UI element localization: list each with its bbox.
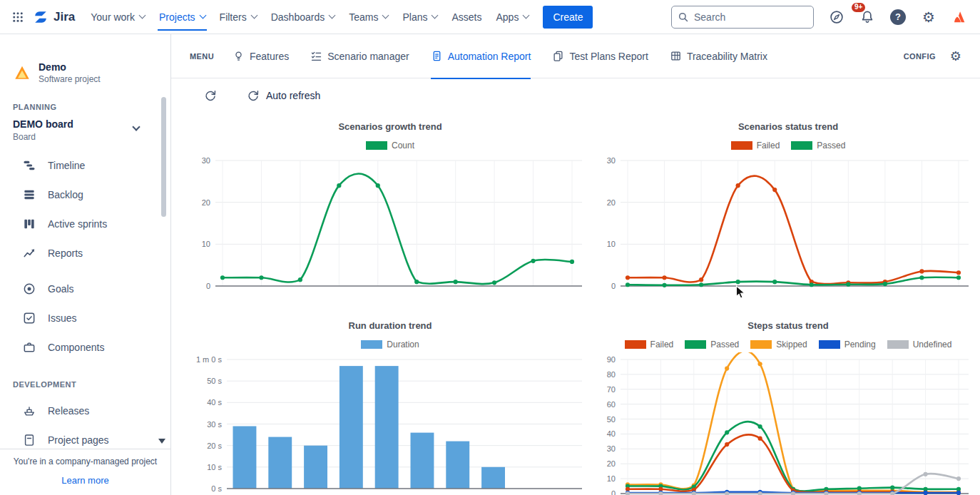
legend-item[interactable]: Failed (731, 141, 780, 150)
tab-test-plans-report[interactable]: Test Plans Report (552, 34, 648, 78)
auto-refresh-label: Auto refresh (266, 90, 320, 101)
app-switcher-icon[interactable] (7, 6, 29, 28)
sidebar-scrollbar-thumb[interactable] (161, 97, 166, 217)
discover-compass-icon[interactable] (826, 6, 847, 28)
chart-legend: Duration (190, 340, 591, 349)
auto-refresh-toggle[interactable]: Auto refresh (247, 89, 320, 102)
settings-gear-icon[interactable]: ⚙ (918, 6, 939, 28)
chart-legend: Count (190, 141, 591, 150)
create-button[interactable]: Create (543, 6, 593, 29)
svg-text:0: 0 (611, 489, 616, 495)
top-navigation: Jira Your work Projects Filters Dashboar… (0, 0, 980, 34)
help-icon[interactable]: ? (887, 6, 909, 28)
scenarios-status-chart[interactable]: 0102030 (596, 153, 976, 296)
report-tabbar: MENU Features Scenario manager (171, 34, 980, 78)
legend-item[interactable]: Duration (361, 340, 419, 349)
tab-scenario-manager[interactable]: Scenario manager (310, 34, 409, 78)
sidebar-item-label: Timeline (48, 160, 85, 171)
refresh-button[interactable] (204, 89, 217, 102)
chart-title: Scenarios growth trend (190, 121, 591, 132)
jira-logo[interactable]: Jira (29, 9, 83, 25)
config-button[interactable]: CONFIG (904, 52, 936, 61)
svg-text:10: 10 (202, 240, 210, 248)
chart-run-duration-trend: Run duration trend Duration 0 s10 s20 s3… (171, 312, 591, 495)
nav-item-plans[interactable]: Plans (395, 5, 444, 29)
sidebar-item-label: Active sprints (48, 218, 107, 230)
notifications-bell-icon[interactable]: 9+ (857, 6, 878, 28)
svg-text:0 s: 0 s (211, 484, 222, 493)
sidebar-item-components[interactable]: Components (0, 332, 170, 362)
scroll-down-arrow-icon[interactable] (158, 439, 165, 444)
legend-item[interactable]: Count (366, 141, 414, 150)
legend-item[interactable]: Skipped (750, 340, 807, 349)
sidebar-item-reports[interactable]: Reports (0, 238, 170, 267)
legend-swatch-icon (750, 340, 772, 349)
learn-more-link[interactable]: Learn more (61, 475, 108, 486)
legend-item[interactable]: Pending (819, 340, 876, 349)
sidebar-item-releases[interactable]: Releases (0, 396, 170, 425)
nav-item-label: Filters (220, 11, 247, 23)
legend-item[interactable]: Undefined (887, 340, 952, 349)
notification-badge: 9+ (850, 1, 867, 14)
legend-label: Count (392, 141, 414, 150)
chevron-down-icon (523, 12, 530, 19)
board-selector[interactable]: DEMO board Board (0, 118, 170, 142)
main-content: MENU Features Scenario manager (171, 34, 980, 495)
nav-item-your-work[interactable]: Your work (83, 5, 152, 29)
search-input[interactable] (671, 6, 814, 29)
sidebar-item-backlog[interactable]: Backlog (0, 180, 170, 209)
project-sidebar: Demo Software project PLANNING DEMO boar… (0, 34, 171, 495)
sidebar-item-active-sprints[interactable]: Active sprints (0, 209, 170, 238)
nav-item-teams[interactable]: Teams (342, 5, 395, 29)
legend-item[interactable]: Passed (791, 141, 845, 150)
steps-status-chart[interactable]: 0102030405060708090 (596, 352, 976, 495)
atlassian-logo-icon[interactable] (949, 6, 970, 28)
legend-label: Duration (387, 340, 419, 349)
legend-label: Passed (817, 141, 845, 150)
nav-item-apps[interactable]: Apps (489, 5, 536, 29)
nav-item-label: Projects (159, 11, 195, 23)
svg-text:30: 30 (607, 156, 616, 165)
tab-traceability-matrix[interactable]: Traceability Matrix (670, 34, 767, 78)
sidebar-item-goals[interactable]: Goals (0, 274, 170, 303)
board-sub: Board (13, 132, 159, 142)
legend-item[interactable]: Failed (625, 340, 674, 349)
svg-text:10 s: 10 s (207, 463, 222, 471)
legend-swatch-icon (887, 340, 909, 349)
sidebar-item-timeline[interactable]: Timeline (0, 150, 170, 180)
legend-label: Skipped (776, 340, 807, 349)
run-duration-chart[interactable]: 0 s10 s20 s30 s40 s50 s1 m 0 s (190, 352, 589, 495)
project-header[interactable]: Demo Software project (0, 34, 170, 84)
tab-features[interactable]: Features (233, 34, 289, 78)
svg-text:40: 40 (607, 429, 616, 438)
charts-grid: Scenarios growth trend Count 0102030 Sce… (171, 113, 980, 495)
chevron-down-icon (199, 12, 206, 19)
search-wrap (671, 6, 814, 29)
menu-button[interactable]: MENU (190, 52, 214, 61)
chart-scenarios-growth-trend: Scenarios growth trend Count 0102030 (171, 113, 591, 296)
timeline-icon (21, 158, 37, 173)
chevron-down-icon (329, 12, 336, 19)
nav-item-label: Teams (349, 11, 378, 23)
nav-item-dashboards[interactable]: Dashboards (264, 5, 342, 29)
nav-item-label: Dashboards (271, 11, 325, 23)
tab-automation-report[interactable]: Automation Report (431, 34, 531, 78)
legend-item[interactable]: Passed (685, 340, 739, 349)
section-label-development: DEVELOPMENT (13, 380, 170, 389)
nav-item-filters[interactable]: Filters (213, 5, 264, 29)
scenarios-growth-chart[interactable]: 0102030 (190, 153, 589, 296)
sidebar-item-issues[interactable]: Issues (0, 303, 170, 332)
legend-label: Undefined (913, 340, 952, 349)
project-type: Software project (39, 74, 101, 84)
chevron-down-icon (250, 12, 257, 19)
nav-item-projects[interactable]: Projects (152, 5, 213, 29)
svg-text:70: 70 (607, 385, 616, 394)
reports-icon (21, 245, 37, 261)
svg-text:30: 30 (202, 156, 210, 165)
legend-swatch-icon (366, 141, 387, 150)
nav-item-assets[interactable]: Assets (444, 5, 489, 29)
sidebar-item-label: Reports (48, 248, 83, 259)
legend-label: Failed (650, 340, 674, 349)
config-gear-icon[interactable]: ⚙ (950, 50, 961, 63)
svg-text:40 s: 40 s (207, 398, 222, 407)
